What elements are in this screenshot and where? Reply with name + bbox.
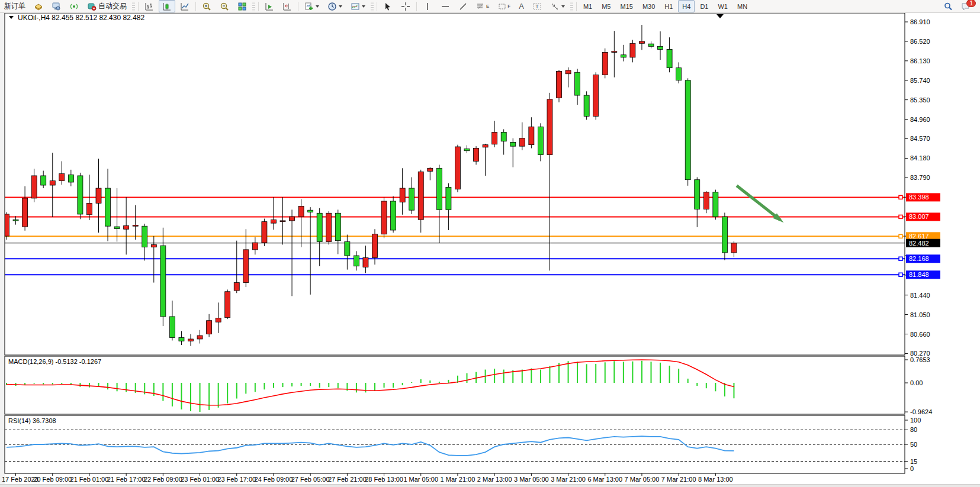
time-tick-label: 28 Feb 13:00 (365, 476, 403, 483)
rsi-tick-label: 80 (910, 426, 917, 433)
main-toolbar: 新订单 自动交易 (0, 0, 980, 13)
time-tick-label: 21 Feb 17:00 (107, 476, 146, 483)
candle (602, 49, 608, 79)
terminal-icon (52, 2, 61, 11)
template-icon (351, 2, 360, 11)
fibonacci-tool-button[interactable]: E (473, 0, 493, 12)
market-watch-button[interactable] (48, 0, 65, 12)
tile-windows-icon (237, 2, 247, 11)
channel-sub-letter: F (507, 4, 510, 9)
timeframe-button-mn[interactable]: MN (733, 0, 751, 12)
new-order-button[interactable]: 新订单 (1, 0, 29, 12)
price-tick-label: 83.790 (910, 174, 930, 181)
templates-button[interactable] (347, 0, 369, 12)
price-tick-label: 86.910 (910, 18, 930, 25)
time-tick-label: 21 Feb 01:00 (70, 476, 109, 483)
candle (455, 145, 460, 192)
text-tool-button[interactable]: A (515, 0, 528, 12)
hline-handle[interactable] (899, 257, 902, 260)
timeframe-button-w1[interactable]: W1 (714, 0, 732, 12)
hline-handle[interactable] (899, 273, 902, 276)
rsi-tick-label: 0 (910, 465, 914, 472)
chat-button[interactable]: 1 (957, 0, 974, 12)
candle (713, 190, 718, 220)
timeframe-button-m15[interactable]: M15 (616, 0, 637, 12)
price-tick-label: 81.440 (910, 292, 930, 299)
candle-chart-mode-button[interactable] (159, 0, 175, 12)
autotrade-icon (87, 2, 97, 11)
timeframe-button-d1[interactable]: D1 (696, 0, 712, 12)
cursor-tool-button[interactable] (380, 0, 396, 12)
time-tick-label: 1 Mar 21:00 (441, 476, 475, 483)
time-tick-label: 27 Feb 05:00 (291, 476, 330, 483)
add-indicator-button[interactable] (301, 0, 323, 12)
zoom-out-button[interactable] (216, 0, 233, 12)
current-price-label: 82.482 (909, 240, 929, 247)
price-tick-label: 86.130 (910, 57, 930, 64)
search-button[interactable] (940, 0, 956, 12)
auto-scroll-button[interactable] (261, 0, 278, 12)
rsi-label: RSI(14) 36.7308 (8, 417, 56, 424)
hline-handle[interactable] (899, 234, 902, 238)
candle (584, 91, 589, 120)
macd-tick-label: 0.00 (910, 379, 923, 386)
time-tick-label: 20 Feb 09:00 (33, 476, 72, 483)
timeframe-button-m1[interactable]: M1 (579, 0, 596, 12)
price-tick-label: 86.520 (910, 38, 930, 45)
bar-chart-mode-button[interactable] (141, 0, 158, 12)
candle-chart-icon (162, 2, 172, 11)
hline-handle[interactable] (899, 195, 902, 199)
timeframe-button-h4[interactable]: H4 (678, 0, 695, 12)
trendline-tool-button[interactable] (455, 0, 471, 12)
arrows-icon (550, 2, 560, 11)
chart-shift-icon (282, 2, 292, 11)
candle (685, 78, 690, 185)
chevron-down-icon (362, 5, 365, 8)
price-tick-label: 85.350 (910, 96, 930, 104)
price-tick-label: 80.660 (910, 331, 930, 338)
signals-button[interactable] (66, 0, 82, 12)
arrows-tool-button[interactable] (547, 0, 568, 12)
auto-scroll-icon (265, 2, 274, 11)
time-tick-label: 6 Mar 13:00 (587, 476, 622, 483)
time-tick-label: 27 Feb 21:00 (328, 476, 367, 483)
line-chart-icon (180, 2, 189, 11)
fibonacci-icon (476, 2, 486, 11)
timeframe-button-h1[interactable]: H1 (660, 0, 677, 12)
zoom-in-button[interactable] (198, 0, 215, 12)
crosshair-icon (401, 2, 410, 11)
periods-button[interactable] (324, 0, 346, 12)
text-label-tool-button[interactable]: T (529, 0, 545, 12)
time-tick-label: 1 Mar 05:00 (403, 476, 438, 483)
macd-tick-label: 0.7653 (910, 356, 930, 363)
rsi-tick-label: 100 (910, 417, 921, 424)
horizontal-line-tool-button[interactable] (437, 0, 454, 12)
chart-shift-button[interactable] (279, 0, 295, 12)
hline-price-label: 83.007 (909, 213, 929, 220)
fibonacci-sub-letter: E (486, 4, 489, 9)
autotrade-button[interactable]: 自动交易 (83, 0, 130, 12)
tile-windows-button[interactable] (234, 0, 250, 12)
crosshair-tool-button[interactable] (397, 0, 414, 12)
macd-tick-label: -0.9624 (910, 408, 932, 415)
chart-background (5, 13, 980, 484)
rsi-tick-label: 50 (910, 441, 917, 448)
channel-tool-button[interactable]: F (494, 0, 514, 12)
svg-text:T: T (535, 4, 539, 9)
chevron-down-icon (316, 5, 319, 8)
gold-book-icon (34, 2, 43, 11)
cursor-icon (383, 2, 393, 11)
chevron-down-icon (561, 5, 565, 8)
time-tick-label: 24 Feb 09:00 (255, 476, 293, 483)
signal-icon (69, 2, 79, 11)
candle (262, 219, 267, 246)
time-tick-label: 22 Feb 09:00 (144, 476, 182, 483)
vertical-line-tool-button[interactable] (419, 0, 436, 12)
timeframe-button-m5[interactable]: M5 (597, 0, 615, 12)
line-chart-mode-button[interactable] (176, 0, 193, 12)
mql-editor-button[interactable] (30, 0, 47, 12)
timeframe-button-m30[interactable]: M30 (638, 0, 659, 12)
hline-price-label: 82.617 (909, 233, 929, 240)
time-tick-label: 3 Mar 05:00 (514, 476, 549, 483)
hline-handle[interactable] (899, 215, 902, 218)
